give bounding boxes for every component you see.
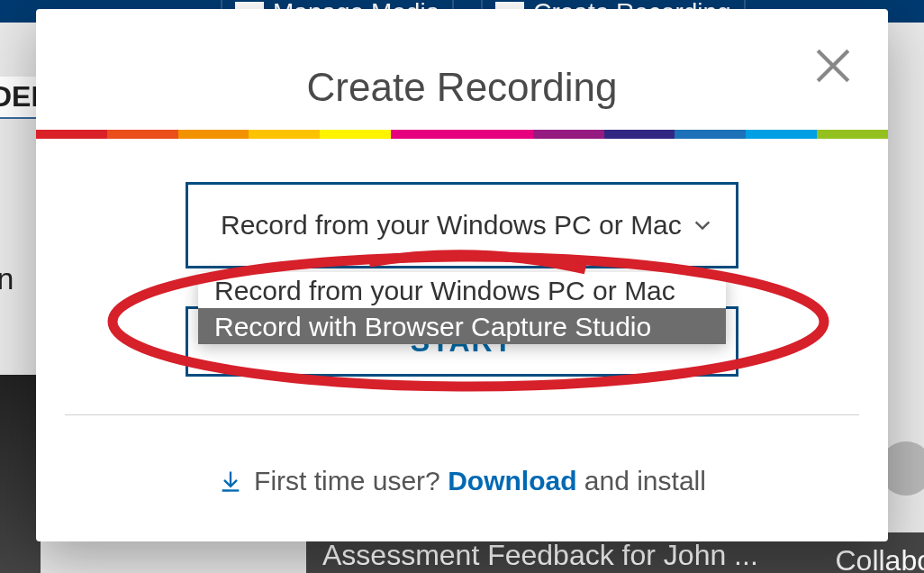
dropdown-selected[interactable]: Record from your Windows PC or Mac [186, 182, 738, 268]
download-link[interactable]: Download [448, 466, 576, 496]
create-recording-modal: Create Recording Record from your Window… [36, 9, 888, 541]
chevron-down-icon [693, 215, 712, 235]
close-button[interactable] [814, 47, 852, 85]
close-icon [814, 47, 852, 85]
download-icon [218, 468, 243, 494]
caption-text: Assessment Feedback for John ... [322, 539, 758, 572]
option-label: Record with Browser Capture Studio [214, 312, 651, 341]
dropdown-option-browser-capture[interactable]: Record with Browser Capture Studio [198, 308, 726, 344]
section-divider [65, 414, 859, 415]
dropdown-options-list: Record from your Windows PC or Mac Recor… [198, 272, 726, 344]
record-source-dropdown[interactable]: Record from your Windows PC or Mac Recor… [186, 182, 738, 268]
background-right-text: Collabo [835, 544, 924, 573]
download-footer: First time user? Download and install [36, 466, 888, 496]
dropdown-selected-label: Record from your Windows PC or Mac [221, 210, 682, 241]
dropdown-option-windows-mac[interactable]: Record from your Windows PC or Mac [198, 272, 726, 308]
background-side-text: ion [0, 261, 14, 296]
rainbow-divider [36, 130, 888, 139]
footer-prefix: First time user? [254, 466, 448, 496]
option-label: Record from your Windows PC or Mac [214, 276, 675, 305]
footer-suffix: and install [576, 466, 705, 496]
modal-title: Create Recording [36, 65, 888, 110]
background-thumbnail-strip [0, 375, 41, 573]
